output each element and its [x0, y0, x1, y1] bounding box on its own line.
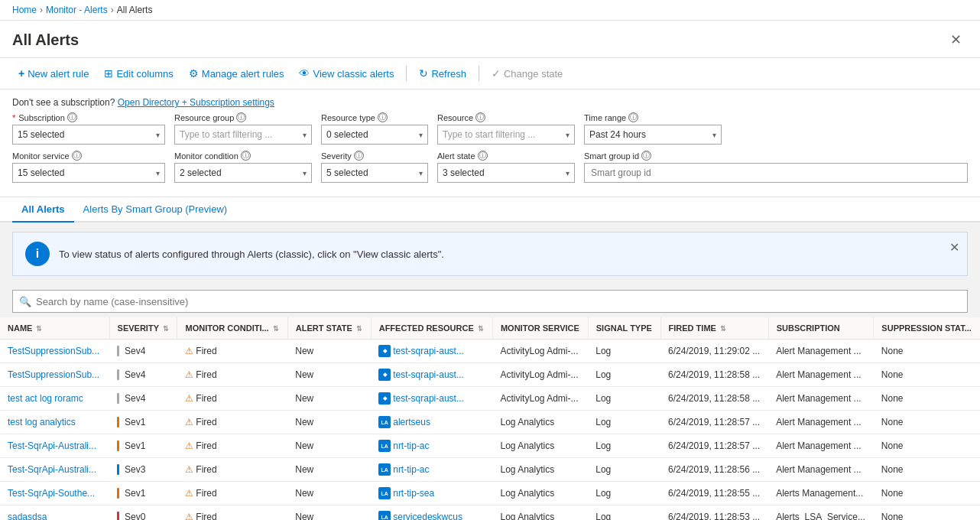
- monitor-service-select[interactable]: 15 selected ▾: [12, 163, 165, 183]
- info-banner-text: To view status of alerts configured thro…: [59, 249, 955, 260]
- monitor-condition-select[interactable]: 2 selected ▾: [174, 163, 312, 183]
- resource-link[interactable]: test-sqrapi-aust...: [393, 393, 464, 404]
- table-row: TestSuppressionSub... Sev4 ⚠ Fired New ◆…: [0, 340, 980, 363]
- monitor-service-info-icon[interactable]: ⓘ: [72, 151, 82, 161]
- cell-monitor-service: Log Analytics: [492, 411, 588, 434]
- manage-alert-rules-button[interactable]: ⚙ Manage alert rules: [183, 64, 290, 83]
- cell-name: Test-SqrApi-Australi...: [0, 434, 109, 458]
- severity-chevron: ▾: [419, 169, 423, 177]
- alert-name-link[interactable]: test act log roramc: [8, 393, 102, 404]
- breadcrumb-monitor-alerts[interactable]: Monitor - Alerts: [46, 5, 108, 15]
- fired-icon: ⚠: [185, 346, 193, 356]
- refresh-button[interactable]: ↻ Refresh: [413, 64, 472, 83]
- breadcrumb-home[interactable]: Home: [12, 5, 37, 15]
- cell-monitor-service: ActivityLog Admi-...: [492, 363, 588, 387]
- alert-state-info-icon[interactable]: ⓘ: [478, 151, 488, 161]
- cell-signal-type: Log: [588, 458, 660, 482]
- col-fired-time[interactable]: FIRED TIME ⇅: [660, 317, 768, 340]
- monitor-condition-info-icon[interactable]: ⓘ: [241, 151, 251, 161]
- resource-link[interactable]: nrt-tip-ac: [393, 464, 429, 475]
- cell-affected-resource: LA nrt-tip-sea: [371, 482, 492, 505]
- resource-icon: ◆: [378, 369, 391, 381]
- breadcrumb-sep1: ›: [40, 5, 43, 15]
- resource-group-info-icon[interactable]: ⓘ: [236, 112, 246, 122]
- cell-affected-resource: LA nrt-tip-ac: [371, 434, 492, 458]
- view-classic-alerts-button[interactable]: 👁 View classic alerts: [293, 64, 400, 83]
- smart-group-id-input[interactable]: [584, 163, 968, 183]
- col-alert-state[interactable]: ALERT STATE ⇅: [287, 317, 371, 340]
- col-affected-resource[interactable]: AFFECTED RESOURCE ⇅: [371, 317, 492, 340]
- monitor-cond-sort-icon: ⇅: [273, 325, 279, 333]
- severity-bar: [117, 464, 119, 475]
- cell-subscription: Alerts Management...: [768, 482, 874, 505]
- affected-resource-sort-icon: ⇅: [478, 325, 484, 333]
- col-suppression[interactable]: SUPPRESSION STAT...: [874, 317, 980, 340]
- tab-alerts-by-smart-group[interactable]: Alerts By Smart Group (Preview): [74, 197, 237, 223]
- subscription-filter: * Subscription ⓘ 15 selected ▾: [12, 112, 165, 145]
- tab-all-alerts[interactable]: All Alerts: [12, 197, 74, 223]
- new-alert-rule-button[interactable]: + New alert rule: [12, 64, 95, 83]
- resource-link[interactable]: alertseus: [393, 417, 430, 427]
- resource-input[interactable]: Type to start filtering ... ▾: [437, 125, 575, 145]
- cell-affected-resource: ◆ test-sqrapi-aust...: [371, 363, 492, 387]
- refresh-icon: ↻: [419, 67, 428, 80]
- resource-icon: ◆: [378, 345, 391, 357]
- gear-icon: ⚙: [189, 67, 199, 80]
- col-monitor-service[interactable]: MONITOR SERVICE: [492, 317, 588, 340]
- cell-signal-type: Log: [588, 340, 660, 363]
- table-row: test act log roramc Sev4 ⚠ Fired New ◆ t…: [0, 387, 980, 411]
- col-severity[interactable]: SEVERITY ⇅: [109, 317, 177, 340]
- alerts-table-container: NAME ⇅ SEVERITY ⇅ MONITOR CONDITI... ⇅ A…: [0, 317, 980, 520]
- alert-name-link[interactable]: Test-SqrApi-Australi...: [8, 440, 102, 451]
- cell-monitor-condition: ⚠ Fired: [177, 482, 287, 505]
- subscription-notice: Don't see a subscription? Open Directory…: [12, 97, 968, 108]
- cell-monitor-condition: ⚠ Fired: [177, 387, 287, 411]
- cell-alert-state: New: [287, 387, 371, 411]
- resource-group-input[interactable]: Type to start filtering ... ▾: [174, 125, 312, 145]
- cell-suppression: None: [874, 387, 980, 411]
- cell-signal-type: Log: [588, 387, 660, 411]
- resource-icon: LA: [378, 463, 391, 476]
- open-directory-link[interactable]: Open Directory + Subscription settings: [118, 97, 274, 108]
- resource-link[interactable]: test-sqrapi-aust...: [393, 346, 464, 356]
- resource-group-filter: Resource group ⓘ Type to start filtering…: [174, 112, 312, 145]
- cell-fired-time: 6/24/2019, 11:28:55 ...: [660, 482, 768, 505]
- severity-select[interactable]: 5 selected ▾: [321, 163, 428, 183]
- close-button[interactable]: ✕: [944, 28, 968, 51]
- resource-info-icon[interactable]: ⓘ: [475, 112, 485, 122]
- subscription-info-icon[interactable]: ⓘ: [67, 112, 77, 122]
- subscription-select[interactable]: 15 selected ▾: [12, 125, 165, 145]
- resource-link[interactable]: test-sqrapi-aust...: [393, 369, 464, 380]
- alert-name-link[interactable]: TestSuppressionSub...: [8, 346, 102, 356]
- info-banner-close-button[interactable]: ✕: [949, 240, 959, 255]
- alert-name-link[interactable]: Test-SqrApi-Southe...: [8, 488, 102, 499]
- cell-monitor-condition: ⚠ Fired: [177, 411, 287, 434]
- alert-name-link[interactable]: sadasdsa: [8, 512, 102, 520]
- col-monitor-condition[interactable]: MONITOR CONDITI... ⇅: [177, 317, 287, 340]
- col-subscription[interactable]: SUBSCRIPTION: [768, 317, 874, 340]
- columns-icon: ⊞: [104, 67, 113, 80]
- col-signal-type[interactable]: SIGNAL TYPE: [588, 317, 660, 340]
- col-name[interactable]: NAME ⇅: [0, 317, 109, 340]
- alert-state-sort-icon: ⇅: [356, 325, 362, 333]
- cell-severity: Sev4: [109, 340, 177, 363]
- cell-subscription: Alerts_LSA_Service...: [768, 505, 874, 521]
- search-input[interactable]: [36, 296, 961, 307]
- time-range-info-icon[interactable]: ⓘ: [628, 112, 638, 122]
- alert-state-filter: Alert state ⓘ 3 selected ▾: [437, 151, 575, 183]
- alert-name-link[interactable]: test log analytics: [8, 417, 102, 427]
- resource-link[interactable]: nrt-tip-sea: [393, 488, 434, 499]
- alert-state-select[interactable]: 3 selected ▾: [437, 163, 575, 183]
- resource-type-info-icon[interactable]: ⓘ: [378, 112, 388, 122]
- cell-name: sadasdsa: [0, 505, 109, 521]
- edit-columns-button[interactable]: ⊞ Edit columns: [98, 64, 179, 83]
- alert-name-link[interactable]: Test-SqrApi-Australi...: [8, 464, 102, 475]
- severity-info-icon[interactable]: ⓘ: [354, 151, 364, 161]
- smart-group-info-icon[interactable]: ⓘ: [641, 151, 651, 161]
- resource-link[interactable]: servicedeskwcus: [393, 512, 462, 520]
- resource-link[interactable]: nrt-tip-ac: [393, 440, 429, 451]
- change-state-button[interactable]: ✓ Change state: [485, 64, 569, 83]
- alert-name-link[interactable]: TestSuppressionSub...: [8, 369, 102, 380]
- time-range-select[interactable]: Past 24 hours ▾: [584, 125, 722, 145]
- resource-type-select[interactable]: 0 selected ▾: [321, 125, 428, 145]
